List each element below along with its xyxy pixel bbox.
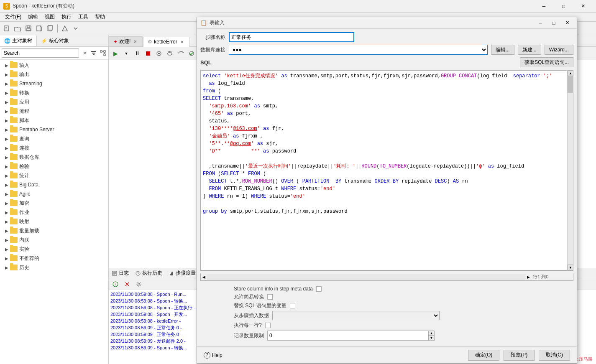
sql-line: FROM KETTLE_TRANS_LOG t WHERE status='en… (203, 185, 565, 193)
sql-line: '130****@163.com' as fjr, (203, 125, 565, 132)
db-connection-select[interactable]: ●●● (229, 45, 488, 55)
sql-line (203, 155, 565, 163)
dialog-title: 表输入 (210, 19, 534, 26)
step-name-input[interactable] (229, 32, 354, 42)
dialog-window-controls: ─ □ ✕ (534, 18, 573, 28)
insert-from-step-label: 从步骤插入数据 (234, 312, 269, 319)
dialog-title-icon: 📋 (200, 20, 207, 26)
sql-line: ,transname||'最近一次执行时间'||replaydate||'耗时:… (203, 163, 565, 170)
scroll-up-button[interactable]: ▲ (568, 70, 573, 76)
dialog-footer: ? Help 确定(O) 预览(P) 取消(C) (197, 346, 577, 363)
easy-convert-checkbox[interactable] (267, 294, 273, 300)
record-limit-input[interactable] (268, 331, 428, 340)
sql-line (203, 200, 565, 208)
step-name-label: 步骤名称 (200, 34, 225, 41)
h-scroll-track (207, 274, 525, 280)
insert-from-step-select[interactable] (272, 311, 440, 320)
dialog-close-button[interactable]: ✕ (561, 18, 573, 28)
sql-line: group by smtp,port,status,fjr,fjrxm,sjr,… (203, 208, 565, 215)
dialog-title-bar: 📋 表输入 ─ □ ✕ (197, 17, 577, 29)
execute-each-row: 执行每一行? (200, 321, 573, 330)
ok-button[interactable]: 确定(O) (468, 350, 499, 361)
dialog-overlay: 📋 表输入 ─ □ ✕ 步骤名称 数据库连接 ●●● 编辑... 新建 (0, 0, 596, 364)
help-button[interactable]: ? Help (204, 352, 223, 359)
table-input-dialog: 📋 表输入 ─ □ ✕ 步骤名称 数据库连接 ●●● 编辑... 新建 (197, 17, 577, 364)
sql-scrollbar[interactable]: ▲ ▼ (567, 70, 573, 270)
preview-button[interactable]: 预览(P) (504, 350, 535, 361)
execute-each-row-label: 执行每一行? (234, 322, 262, 329)
sql-line: '5**.**@qq.com' as sjr, (203, 140, 565, 148)
db-wizard-button[interactable]: Wizard... (545, 45, 573, 55)
easy-convert-label: 允许简易转换 (234, 293, 264, 300)
step-name-row: 步骤名称 (200, 32, 573, 42)
sql-line: select 'kettle任务完成情况' as transname,smtp,… (203, 72, 565, 80)
row-col-indicator: 行1 列0 (531, 274, 573, 280)
sql-line: 'smtp.163.com' as smtp, (203, 102, 565, 110)
easy-convert-row: 允许简易转换 (200, 293, 573, 301)
db-connection-label: 数据库连接 (200, 46, 225, 53)
scroll-right-button[interactable]: ▶ (525, 274, 531, 280)
sql-line: ) WHERE rn = 1) WHERE status='end' (203, 193, 565, 200)
sql-line: 'D** **' as password (203, 148, 565, 155)
dialog-maximize-button[interactable]: □ (547, 18, 560, 28)
store-column-row: Store column info in step meta data (200, 285, 573, 293)
scroll-thumb[interactable] (568, 76, 573, 93)
record-limit-label: 记录数量限制 (234, 332, 264, 339)
db-new-button[interactable]: 新建... (518, 45, 541, 55)
replace-sql-checkbox[interactable] (290, 303, 295, 308)
record-limit-up[interactable]: ▲ (429, 331, 434, 336)
sql-line: '465' as port, (203, 110, 565, 117)
replace-sql-label: 替换 SQL 语句里的变量 (234, 302, 286, 309)
dialog-minimize-button[interactable]: ─ (534, 18, 547, 28)
sql-line: '金融员' as fjrxm , (203, 132, 565, 140)
sql-line: from ( (203, 87, 565, 95)
record-limit-row: 记录数量限制 ▲ ▼ (200, 330, 573, 341)
sql-editor[interactable]: select 'kettle任务完成情况' as transname,smtp,… (201, 70, 567, 270)
help-label: Help (212, 352, 223, 358)
insert-from-step-row: 从步骤插入数据 (200, 310, 573, 321)
sql-line: status, (203, 117, 565, 125)
options-area: Store column info in step meta data 允许简易… (200, 283, 573, 343)
replace-sql-row: 替换 SQL 语句里的变量 (200, 301, 573, 310)
sql-line: SELECT transname, (203, 95, 565, 102)
get-sql-button[interactable]: 获取SQL查询语句... (520, 57, 573, 67)
sql-line: SELECT t.*,ROW_NUMBER() OVER ( PARTITION… (203, 178, 565, 185)
sql-label: SQL (200, 59, 212, 66)
sql-line: as log_field (203, 80, 565, 87)
record-limit-down[interactable]: ▼ (429, 336, 434, 340)
scroll-track (568, 76, 573, 265)
scroll-down-button[interactable]: ▼ (568, 265, 573, 270)
scroll-left-button[interactable]: ◀ (201, 274, 207, 280)
cancel-button[interactable]: 取消(C) (539, 350, 570, 361)
db-edit-button[interactable]: 编辑... (491, 45, 514, 55)
execute-each-row-checkbox[interactable] (265, 323, 271, 328)
db-connection-row: 数据库连接 ●●● 编辑... 新建... Wizard... (200, 45, 573, 55)
store-column-checkbox[interactable] (316, 286, 322, 292)
dialog-body: 步骤名称 数据库连接 ●●● 编辑... 新建... Wizard... SQL… (197, 29, 577, 346)
help-circle-icon: ? (204, 352, 210, 359)
store-column-label: Store column info in step meta data (234, 286, 313, 292)
sql-line: FROM (SELECT * FROM ( (203, 170, 565, 178)
